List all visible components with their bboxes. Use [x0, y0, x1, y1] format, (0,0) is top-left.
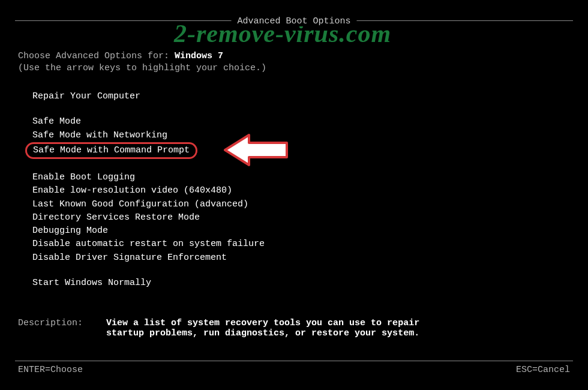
- boot-options-screen: Advanced Boot Options 2-remove-virus.com…: [0, 0, 588, 390]
- menu-safe-mode[interactable]: Safe Mode: [30, 115, 267, 128]
- description-label: Description:: [18, 318, 83, 328]
- navigation-hint: (Use the arrow keys to highlight your ch…: [18, 63, 266, 73]
- menu-spacer: [30, 103, 267, 115]
- menu-last-known-good[interactable]: Last Known Good Configuration (advanced): [30, 198, 267, 211]
- footer-enter-hint: ENTER=Choose: [18, 365, 83, 375]
- screen-title: Advanced Boot Options: [231, 16, 356, 26]
- bottom-divider: [15, 361, 573, 361]
- menu-disable-driver-sig[interactable]: Disable Driver Signature Enforcement: [30, 251, 267, 265]
- menu-low-resolution[interactable]: Enable low-resolution video (640x480): [30, 184, 267, 197]
- menu-safe-mode-command-prompt[interactable]: Safe Mode with Command Prompt: [25, 142, 197, 159]
- pointer-arrow-icon: [222, 132, 291, 171]
- menu-repair-computer[interactable]: Repair Your Computer: [30, 90, 267, 103]
- boot-menu: Repair Your Computer Safe Mode Safe Mode…: [30, 90, 267, 290]
- menu-ds-restore[interactable]: Directory Services Restore Mode: [30, 211, 267, 224]
- menu-spacer: [30, 265, 267, 277]
- description-text: View a list of system recovery tools you…: [106, 318, 442, 338]
- description-block: Description: View a list of system recov…: [18, 318, 442, 338]
- choose-label: Choose Advanced Options for:: [18, 51, 175, 61]
- menu-start-normally[interactable]: Start Windows Normally: [30, 277, 267, 290]
- footer-esc-hint: ESC=Cancel: [516, 365, 570, 375]
- os-name: Windows 7: [175, 51, 223, 61]
- menu-debugging[interactable]: Debugging Mode: [30, 224, 267, 238]
- choose-prompt: Choose Advanced Options for: Windows 7: [18, 51, 223, 61]
- menu-boot-logging[interactable]: Enable Boot Logging: [30, 171, 267, 184]
- menu-disable-auto-restart[interactable]: Disable automatic restart on system fail…: [30, 238, 267, 251]
